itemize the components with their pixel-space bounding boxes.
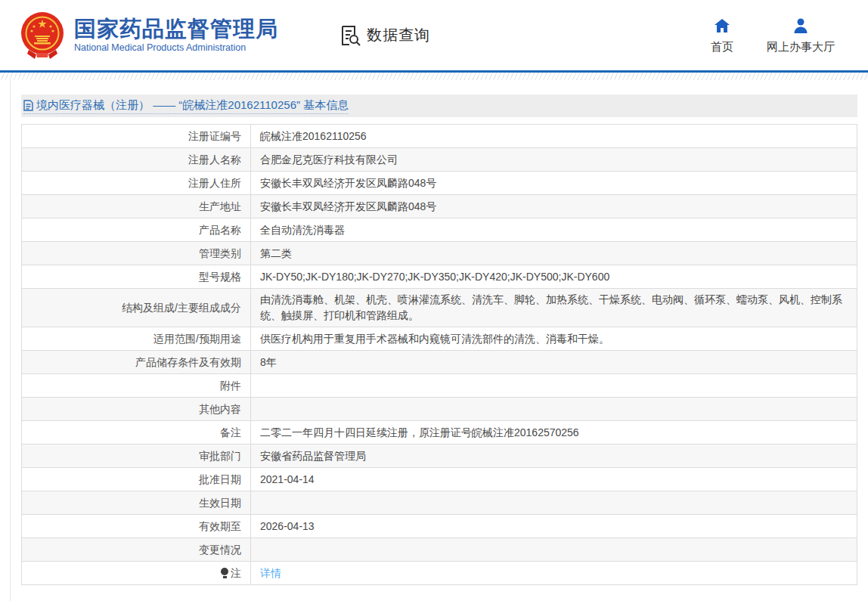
page-title: 境内医疗器械（注册） —— “皖械注准20162110256” 基本信息	[36, 98, 349, 113]
table-row: 其他内容	[22, 398, 857, 421]
site-header: 国家药品监督管理局 National Medical Products Admi…	[0, 0, 868, 70]
main-content: 境内医疗器械（注册） —— “皖械注准20162110256” 基本信息 注册证…	[0, 80, 868, 585]
row-value	[251, 374, 857, 398]
breadcrumb-bar: 境内医疗器械（注册） —— “皖械注准20162110256” 基本信息	[21, 94, 857, 117]
row-label: 审批部门	[22, 445, 251, 468]
row-label: 批准日期	[22, 468, 251, 491]
row-label: 注册人住所	[22, 172, 251, 195]
row-value: 8年	[251, 351, 857, 374]
row-label: 备注	[22, 421, 251, 445]
nmpa-logo-block[interactable]: 国家药品监督管理局 National Medical Products Admi…	[18, 11, 278, 60]
table-row: 产品名称全自动清洗消毒器	[22, 218, 857, 242]
row-value	[251, 538, 857, 562]
table-row: 附件	[22, 374, 857, 398]
row-label: 管理类别	[22, 242, 251, 265]
bulb-icon	[221, 568, 228, 578]
table-row: 生产地址安徽长丰双凤经济开发区凤麟路048号	[22, 195, 857, 218]
row-label: 注册人名称	[22, 148, 251, 172]
table-row: 注册人名称合肥金尼克医疗科技有限公司	[22, 148, 857, 172]
breadcrumb[interactable]: 境内医疗器械（注册） —— “皖械注准20162110256” 基本信息	[23, 98, 349, 114]
table-row: 注册人住所安徽长丰双凤经济开发区凤麟路048号	[22, 172, 857, 195]
row-value	[251, 398, 857, 421]
row-value: 安徽省药品监督管理局	[251, 445, 857, 468]
row-label: 变更情况	[22, 538, 251, 562]
row-value: 皖械注准20162110256	[251, 125, 857, 148]
row-value: 2026-04-13	[251, 515, 857, 538]
striped-band	[0, 73, 868, 80]
row-value: JK-DY50;JK-DY180;JK-DY270;JK-DY350;JK-DY…	[251, 265, 857, 289]
nav-item-label: 首页	[711, 40, 733, 54]
page-left-border	[10, 80, 11, 601]
table-row: 型号规格JK-DY50;JK-DY180;JK-DY270;JK-DY350;J…	[22, 265, 857, 289]
row-label: 适用范围/预期用途	[22, 327, 251, 351]
row-value: 供医疗机构用于重复用手术器械和内窥镜可清洗部件的清洗、消毒和干燥。	[251, 327, 857, 351]
table-row: 备注二零二一年四月十四日延续注册，原注册证号皖械注准20162570256	[22, 421, 857, 445]
row-label: 结构及组成/主要组成成分	[22, 289, 251, 327]
row-label: 产品储存条件及有效期	[22, 351, 251, 374]
agency-names: 国家药品监督管理局 National Medical Products Admi…	[74, 17, 278, 54]
row-value: 第二类	[251, 242, 857, 265]
row-label: 附件	[22, 374, 251, 398]
nav-item-home[interactable]: 首页	[711, 17, 733, 54]
table-row: 注详情	[22, 562, 857, 585]
row-label: 生产地址	[22, 195, 251, 218]
table-row: 审批部门安徽省药品监督管理局	[22, 445, 857, 468]
user-icon	[792, 17, 810, 35]
row-value: 由清洗消毒舱、机架、机壳、喷淋灌流系统、清洗车、脚轮、加热系统、干燥系统、电动阀…	[251, 289, 857, 327]
row-value: 二零二一年四月十四日延续注册，原注册证号皖械注准20162570256	[251, 421, 857, 445]
row-value: 2021-04-14	[251, 468, 857, 491]
table-row: 适用范围/预期用途供医疗机构用于重复用手术器械和内窥镜可清洗部件的清洗、消毒和干…	[22, 327, 857, 351]
data-query-section[interactable]: 数据查询	[339, 24, 430, 47]
row-value: 安徽长丰双凤经济开发区凤麟路048号	[251, 195, 857, 218]
table-row: 有效期至2026-04-13	[22, 515, 857, 538]
table-row: 注册证编号皖械注准20162110256	[22, 125, 857, 148]
table-row: 生效日期	[22, 491, 857, 515]
row-label: 有效期至	[22, 515, 251, 538]
nav-item-service-hall[interactable]: 网上办事大厅	[767, 17, 835, 54]
row-value: 合肥金尼克医疗科技有限公司	[251, 148, 857, 172]
registration-info-table: 注册证编号皖械注准20162110256注册人名称合肥金尼克医疗科技有限公司注册…	[21, 124, 857, 585]
table-row: 结构及组成/主要组成成分由清洗消毒舱、机架、机壳、喷淋灌流系统、清洗车、脚轮、加…	[22, 289, 857, 327]
table-row: 批准日期2021-04-14	[22, 468, 857, 491]
row-label: 型号规格	[22, 265, 251, 289]
table-row: 管理类别第二类	[22, 242, 857, 265]
row-label: 注	[22, 562, 251, 585]
header-nav: 首页 网上办事大厅	[711, 17, 845, 54]
document-search-icon	[339, 24, 361, 47]
row-value	[251, 491, 857, 515]
row-label: 注册证编号	[22, 125, 251, 148]
detail-link[interactable]: 详情	[260, 567, 281, 579]
document-icon	[23, 100, 33, 111]
nav-item-label: 网上办事大厅	[767, 40, 835, 54]
table-row: 变更情况	[22, 538, 857, 562]
agency-name-cn: 国家药品监督管理局	[74, 17, 278, 42]
row-value: 安徽长丰双凤经济开发区凤麟路048号	[251, 172, 857, 195]
agency-name-en: National Medical Products Administration	[74, 42, 278, 53]
row-label: 生效日期	[22, 491, 251, 515]
row-value: 详情	[251, 562, 857, 585]
data-query-label: 数据查询	[367, 25, 430, 45]
row-value: 全自动清洗消毒器	[251, 218, 857, 242]
info-table-body: 注册证编号皖械注准20162110256注册人名称合肥金尼克医疗科技有限公司注册…	[22, 125, 857, 585]
table-row: 产品储存条件及有效期8年	[22, 351, 857, 374]
national-emblem-icon	[18, 11, 67, 60]
row-label: 其他内容	[22, 398, 251, 421]
home-icon	[713, 17, 731, 35]
row-label: 产品名称	[22, 218, 251, 242]
